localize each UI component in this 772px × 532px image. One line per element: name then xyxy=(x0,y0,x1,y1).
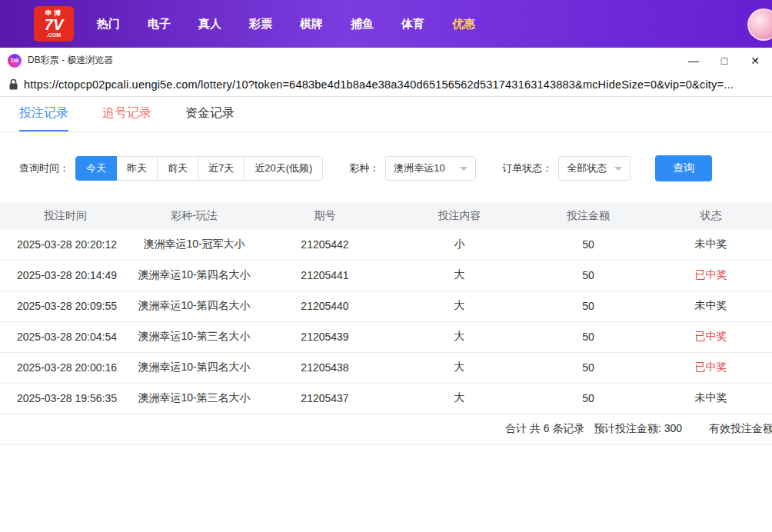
issue-cell: 21205440 xyxy=(258,291,392,321)
bet-amount-cell: 50 xyxy=(527,260,650,291)
time-option-daybefore[interactable]: 前天 xyxy=(157,156,198,181)
lottery-select-label: 彩种： xyxy=(349,161,379,175)
order-status-label: 订单状态： xyxy=(502,161,552,175)
game-play-cell: 澳洲幸运10-第三名大小 xyxy=(131,321,258,352)
bet-time-cell: 2025-03-28 20:20:12 xyxy=(0,229,131,260)
bet-time-cell: 2025-03-28 20:04:54 xyxy=(0,321,131,352)
bet-content-cell: 大 xyxy=(392,352,527,383)
col-status: 状态 xyxy=(650,203,772,229)
nav-item-hot[interactable]: 热门 xyxy=(97,17,120,32)
game-play-cell: 澳洲幸运10-第四名大小 xyxy=(131,260,258,291)
col-issue: 期号 xyxy=(258,203,392,229)
top-nav: 热门 电子 真人 彩票 棋牌 捕鱼 体育 优惠 xyxy=(97,17,475,32)
time-option-yesterday[interactable]: 昨天 xyxy=(116,156,158,181)
status-cell: 已中奖 xyxy=(650,352,772,383)
issue-cell: 21205441 xyxy=(258,260,392,291)
nav-item-live[interactable]: 真人 xyxy=(198,17,221,32)
window-title: DB彩票 - 极速浏览器 xyxy=(28,54,113,67)
bet-time-cell: 2025-03-28 20:00:16 xyxy=(0,352,131,383)
lock-icon xyxy=(9,79,18,90)
screen: 申博 7V .COM 热门 电子 真人 彩票 棋牌 捕鱼 体育 优惠 D8 DB… xyxy=(0,0,772,532)
lottery-select[interactable]: 澳洲幸运10 xyxy=(385,156,476,181)
minimize-button[interactable]: — xyxy=(687,55,700,66)
issue-cell: 21205442 xyxy=(258,229,392,260)
table-row: 2025-03-28 19:56:35 澳洲幸运10-第三名大小 2120543… xyxy=(0,383,772,414)
game-play-cell: 澳洲幸运10-第四名大小 xyxy=(131,291,258,321)
expected-amount: 预计投注金额: 300 xyxy=(594,422,682,436)
game-play-cell: 澳洲幸运10-第三名大小 xyxy=(131,383,258,414)
issue-cell: 21205437 xyxy=(258,383,392,414)
table-row: 2025-03-28 20:20:12 澳洲幸运10-冠军大小 21205442… xyxy=(0,229,772,260)
issue-cell: 21205439 xyxy=(258,321,392,352)
bet-amount-cell: 50 xyxy=(527,229,650,260)
browser-app-icon: D8 xyxy=(8,54,22,68)
issue-cell: 21205438 xyxy=(258,352,392,383)
col-bet-amount: 投注金额 xyxy=(527,203,650,229)
tab-fund-records[interactable]: 资金记录 xyxy=(185,97,235,131)
time-option-7days[interactable]: 近7天 xyxy=(198,156,245,181)
nav-item-slots[interactable]: 电子 xyxy=(148,17,171,32)
nav-item-sports[interactable]: 体育 xyxy=(401,17,424,32)
status-cell: 未中奖 xyxy=(650,229,772,260)
browser-titlebar: D8 DB彩票 - 极速浏览器 — □ ✕ xyxy=(0,48,772,73)
chevron-down-icon xyxy=(460,167,468,171)
filter-bar: 查询时间： 今天 昨天 前天 近7天 近20天(低频) 彩种： 澳洲幸运10 订… xyxy=(0,155,772,181)
table-header: 投注时间 彩种-玩法 期号 投注内容 投注金额 状态 xyxy=(0,203,772,229)
tab-chase-records[interactable]: 追号记录 xyxy=(102,97,151,131)
logo-text-7v: 7V xyxy=(45,17,63,32)
col-bet-content: 投注内容 xyxy=(392,203,527,229)
bet-amount-cell: 50 xyxy=(527,291,650,321)
chevron-down-icon xyxy=(614,167,622,171)
time-range-group: 今天 昨天 前天 近7天 近20天(低频) xyxy=(75,156,323,181)
bet-content-cell: 大 xyxy=(392,260,527,291)
table-row: 2025-03-28 20:00:16 澳洲幸运10-第四名大小 2120543… xyxy=(0,352,772,383)
window-controls: — □ ✕ xyxy=(687,55,761,66)
bet-records-table: 投注时间 彩种-玩法 期号 投注内容 投注金额 状态 2025-03-28 20… xyxy=(0,203,772,414)
close-button[interactable]: ✕ xyxy=(749,55,761,66)
logo-text-com: .COM xyxy=(47,32,61,38)
lottery-select-value: 澳洲幸运10 xyxy=(394,161,444,175)
col-game-play: 彩种-玩法 xyxy=(131,203,258,229)
game-play-cell: 澳洲幸运10-第四名大小 xyxy=(131,352,258,383)
avatar[interactable] xyxy=(747,8,772,41)
bet-content-cell: 大 xyxy=(392,291,527,321)
bet-amount-cell: 50 xyxy=(527,383,650,414)
table-row: 2025-03-28 20:09:55 澳洲幸运10-第四名大小 2120544… xyxy=(0,291,772,321)
nav-item-fishing[interactable]: 捕鱼 xyxy=(351,17,374,32)
table-row: 2025-03-28 20:14:49 澳洲幸运10-第四名大小 2120544… xyxy=(0,260,772,291)
time-option-today[interactable]: 今天 xyxy=(75,156,117,181)
bet-amount-cell: 50 xyxy=(527,352,650,383)
valid-amount: 有效投注金额 xyxy=(709,422,772,436)
status-cell: 已中奖 xyxy=(650,321,772,352)
nav-item-cards[interactable]: 棋牌 xyxy=(300,17,323,32)
bet-time-cell: 2025-03-28 20:14:49 xyxy=(0,260,131,291)
time-option-20days[interactable]: 近20天(低频) xyxy=(244,156,323,181)
site-header: 申博 7V .COM 热门 电子 真人 彩票 棋牌 捕鱼 体育 优惠 xyxy=(0,0,772,48)
browser-addressbar[interactable]: https://ctopcp02pcali.uengi5e.com/lotter… xyxy=(0,73,772,97)
bet-time-cell: 2025-03-28 20:09:55 xyxy=(0,291,131,321)
bet-content-cell: 大 xyxy=(392,321,527,352)
table-row: 2025-03-28 20:04:54 澳洲幸运10-第三名大小 2120543… xyxy=(0,321,772,352)
bet-time-cell: 2025-03-28 19:56:35 xyxy=(0,383,131,414)
maximize-button[interactable]: □ xyxy=(718,55,730,66)
tab-bet-records[interactable]: 投注记录 xyxy=(19,97,68,131)
order-status-select[interactable]: 全部状态 xyxy=(558,156,631,181)
nav-item-promo[interactable]: 优惠 xyxy=(452,17,475,32)
bet-amount-cell: 50 xyxy=(527,321,650,352)
status-cell: 未中奖 xyxy=(650,383,772,414)
site-logo[interactable]: 申博 7V .COM xyxy=(34,6,74,42)
table-summary: 合计 共 6 条记录 预计投注金额: 300 有效投注金额 xyxy=(0,414,772,445)
url-text[interactable]: https://ctopcp02pcali.uengi5e.com/lotter… xyxy=(24,78,734,91)
col-bet-time: 投注时间 xyxy=(0,203,131,229)
record-tabs: 投注记录 追号记录 资金记录 xyxy=(0,97,772,132)
bet-content-cell: 小 xyxy=(392,229,527,260)
order-status-value: 全部状态 xyxy=(567,161,607,175)
page-content: 投注记录 追号记录 资金记录 查询时间： 今天 昨天 前天 近7天 近20天(低… xyxy=(0,97,772,445)
bet-content-cell: 大 xyxy=(392,383,527,414)
nav-item-lottery[interactable]: 彩票 xyxy=(249,17,272,32)
status-cell: 已中奖 xyxy=(650,260,772,291)
search-button[interactable]: 查询 xyxy=(655,155,712,181)
game-play-cell: 澳洲幸运10-冠军大小 xyxy=(131,229,258,260)
status-cell: 未中奖 xyxy=(650,291,772,321)
total-count: 合计 共 6 条记录 xyxy=(505,422,584,436)
